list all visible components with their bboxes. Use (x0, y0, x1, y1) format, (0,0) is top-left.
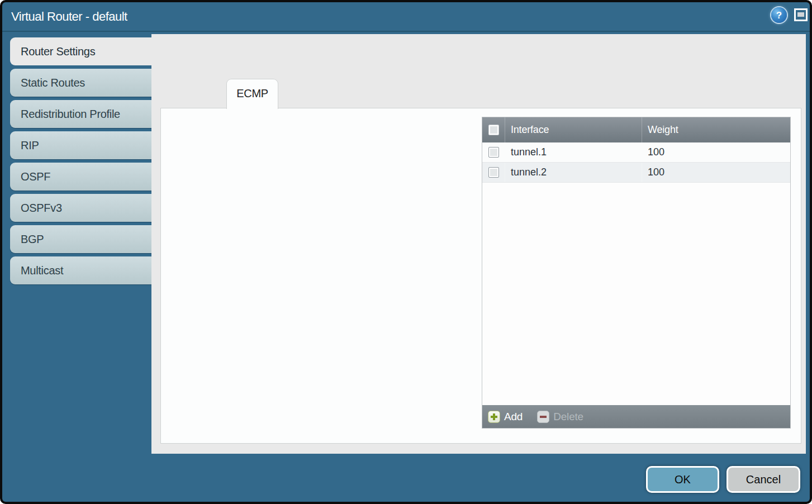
delete-button-label: Delete (553, 411, 583, 423)
sidebar-item-label: Router Settings (10, 37, 151, 65)
row-checkbox[interactable] (488, 167, 499, 178)
interface-table-header: Interface Weight (482, 117, 790, 142)
sidebar-item-label: BGP (10, 225, 151, 253)
interface-cell: tunnel.2 (505, 163, 642, 182)
sidebar-item-label: OSPF (10, 163, 151, 191)
minus-icon (537, 411, 549, 423)
table-row[interactable]: tunnel.1 100 (482, 142, 790, 163)
delete-button[interactable]: Delete (537, 411, 583, 423)
sidebar-item-ospfv3[interactable]: OSPFv3 (10, 194, 151, 222)
sidebar-item-multicast[interactable]: Multicast (10, 256, 151, 284)
interface-cell: tunnel.1 (505, 142, 642, 162)
sidebar-item-router-settings[interactable]: Router Settings (10, 37, 151, 65)
restore-window-icon-glyph (797, 12, 804, 17)
table-row[interactable]: tunnel.2 100 (482, 163, 790, 183)
sidebar-item-bgp[interactable]: BGP (10, 225, 151, 253)
add-button-label: Add (504, 411, 523, 423)
weight-cell: 100 (642, 142, 790, 162)
title-bar: Virtual Router - default (2, 2, 810, 32)
sidebar-item-label: Multicast (10, 256, 151, 284)
interface-column-header: Interface (505, 117, 642, 142)
sidebar-item-redistribution-profile[interactable]: Redistribution Profile (10, 100, 151, 128)
sidebar-item-label: Redistribution Profile (10, 100, 151, 128)
cancel-button[interactable]: Cancel (726, 466, 800, 493)
virtual-router-dialog: Virtual Router - default Router Settings… (0, 0, 812, 504)
sidebar-item-label: OSPFv3 (10, 194, 151, 222)
restore-window-icon[interactable] (794, 8, 808, 21)
dialog-title: Virtual Router - default (11, 2, 127, 31)
row-checkbox[interactable] (488, 147, 499, 158)
interface-table-footer: Add Delete (482, 405, 790, 428)
sidebar-item-rip[interactable]: RIP (10, 131, 151, 159)
ok-button[interactable]: OK (646, 466, 719, 493)
select-all-checkbox[interactable] (488, 125, 499, 135)
weight-column-header: Weight (642, 117, 790, 142)
interface-table: Interface Weight tunnel.1 100 tunnel.2 1… (482, 117, 791, 429)
sidebar-item-static-routes[interactable]: Static Routes (10, 69, 151, 97)
sidebar-item-label: RIP (10, 131, 151, 159)
plus-icon (488, 411, 500, 423)
tab-ecmp-label: ECMP (227, 79, 278, 107)
sidebar-item-label: Static Routes (10, 69, 151, 97)
weight-cell: 100 (642, 163, 790, 182)
help-icon[interactable] (771, 7, 787, 23)
sidebar-item-ospf[interactable]: OSPF (10, 163, 151, 191)
add-button[interactable]: Add (488, 411, 523, 423)
tab-ecmp[interactable]: ECMP (226, 79, 278, 109)
